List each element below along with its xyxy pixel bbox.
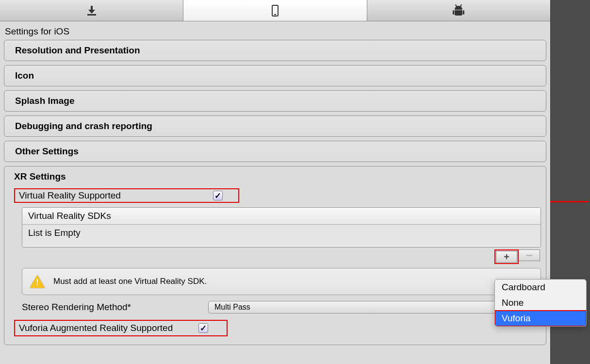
popup-item-cardboard[interactable]: Cardboard: [495, 280, 586, 295]
settings-title: Settings for iOS: [0, 21, 550, 40]
phone-icon: [272, 5, 279, 17]
section-splash[interactable]: Splash Image: [4, 90, 546, 112]
sections-container: Resolution and Presentation Icon Splash …: [0, 40, 550, 345]
vr-supported-label: Virtual Reality Supported: [19, 190, 213, 201]
vr-sdks-empty: List is Empty: [22, 225, 541, 247]
sdk-popup-menu: Cardboard None Vuforia: [494, 279, 587, 327]
tab-standalone[interactable]: [0, 0, 183, 21]
vuforia-row: Vuforia Augmented Reality Supported ✓: [9, 317, 541, 339]
xr-settings-header: XR Settings: [9, 169, 541, 186]
section-icon[interactable]: Icon: [4, 65, 546, 86]
section-debug[interactable]: Debugging and crash reporting: [4, 116, 546, 137]
warning-icon: [30, 275, 45, 288]
sdk-warning: Must add at least one Virtual Reality SD…: [22, 268, 541, 295]
popup-item-vuforia[interactable]: Vuforia: [495, 311, 586, 326]
popup-item-none[interactable]: None: [495, 295, 586, 311]
section-other[interactable]: Other Settings: [4, 141, 546, 162]
sdk-warning-text: Must add at least one Virtual Reality SD…: [53, 277, 207, 286]
stereo-rendering-row: Stereo Rendering Method* Multi Pass: [9, 300, 541, 317]
vr-sdks-list: Virtual Reality SDKs List is Empty: [22, 207, 541, 248]
remove-sdk-button[interactable]: −: [519, 249, 540, 261]
vuforia-ar-checkbox[interactable]: ✓: [198, 323, 208, 333]
download-icon: [87, 6, 96, 16]
inspector-panel: Settings for iOS Resolution and Presenta…: [0, 0, 551, 364]
tab-ios[interactable]: [183, 0, 367, 21]
section-resolution[interactable]: Resolution and Presentation: [4, 40, 546, 61]
annotation-tick: [550, 201, 589, 202]
section-xr-settings: XR Settings Virtual Reality Supported ✓ …: [4, 166, 546, 345]
add-sdk-button[interactable]: +: [496, 251, 517, 263]
add-sdk-highlight: +: [494, 249, 519, 264]
vr-supported-checkbox[interactable]: ✓: [213, 191, 223, 200]
stereo-rendering-dropdown[interactable]: Multi Pass: [208, 301, 536, 314]
sdk-list-buttons: + −: [9, 249, 541, 264]
vr-supported-row: Virtual Reality Supported ✓: [9, 186, 541, 205]
android-icon: [453, 6, 464, 16]
stereo-rendering-label: Stereo Rendering Method*: [22, 302, 208, 313]
platform-tab-strip: [0, 0, 550, 21]
vuforia-ar-label: Vuforia Augmented Reality Supported: [19, 323, 198, 333]
tab-android[interactable]: [367, 0, 550, 21]
vr-sdks-header: Virtual Reality SDKs: [22, 208, 541, 225]
